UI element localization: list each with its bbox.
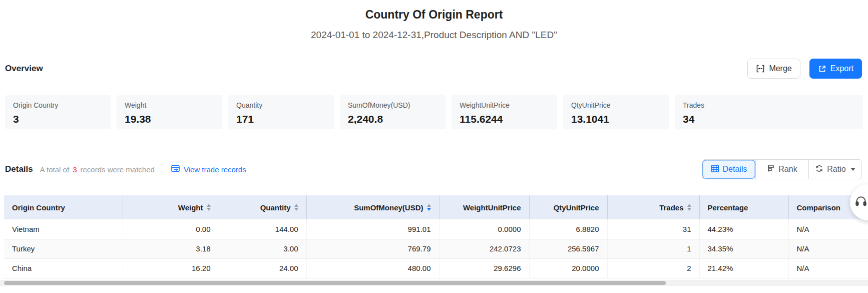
column-label: WeightUnitPrice — [463, 203, 521, 212]
column-header-weight[interactable]: Weight — [123, 195, 219, 219]
card-label: Origin Country — [13, 101, 103, 110]
tab-rank[interactable]: Rank — [755, 160, 808, 179]
cell-trades: 1 — [607, 239, 699, 258]
cell-sum-of-money: 991.01 — [306, 219, 439, 239]
sort-icon[interactable] — [687, 204, 691, 211]
scrollbar-thumb[interactable] — [4, 281, 666, 285]
cell-percentage: 21.42% — [699, 258, 788, 278]
sort-icon[interactable] — [207, 204, 211, 211]
headset-icon — [850, 195, 867, 210]
card-value: 34 — [683, 113, 855, 125]
card-label: Trades — [683, 101, 855, 110]
cell-origin-country: Vietnam — [4, 219, 123, 239]
cell-comparison: N/A — [788, 219, 868, 239]
details-table: Origin Country Weight Quantity SumOfMone… — [4, 195, 868, 278]
overview-cards: Origin Country 3 Weight 19.38 Quantity 1… — [5, 95, 863, 129]
sort-icon[interactable] — [294, 204, 298, 211]
cell-comparison: N/A — [788, 239, 868, 258]
match-summary-suffix: records were matched — [80, 165, 154, 174]
view-switch: Details Rank Ratio — [702, 159, 862, 179]
column-header-percentage: Percentage — [699, 195, 788, 219]
column-label: Trades — [659, 203, 683, 212]
cell-quantity: 3.00 — [219, 239, 306, 258]
overview-section-title: Overview — [5, 64, 43, 74]
column-label: Comparison — [797, 203, 841, 212]
merge-icon — [756, 64, 765, 73]
card-value: 3 — [13, 113, 103, 125]
card-label: Quantity — [236, 101, 326, 110]
cell-weight: 16.20 — [123, 258, 219, 278]
column-label: Percentage — [708, 203, 748, 212]
column-label: QtyUnitPrice — [554, 203, 599, 212]
tab-ratio[interactable]: Ratio — [808, 160, 861, 179]
match-count: 3 — [73, 165, 77, 174]
export-icon — [818, 65, 826, 73]
card-value: 19.38 — [125, 113, 214, 125]
card-label: QtyUnitPrice — [571, 101, 661, 110]
cell-origin-country: China — [4, 258, 123, 278]
export-button-label: Export — [830, 64, 853, 73]
cell-weight-unit-price: 29.6296 — [439, 258, 529, 278]
tab-details-label: Details — [723, 165, 747, 174]
cell-weight-unit-price: 242.0723 — [439, 239, 529, 258]
cell-percentage: 44.23% — [699, 219, 788, 239]
match-summary: A total of 3 records were matched — [40, 165, 155, 174]
column-header-trades[interactable]: Trades — [607, 195, 699, 219]
toolbar-actions: Merge Export — [747, 59, 862, 79]
ratio-icon — [815, 164, 823, 175]
card-label: WeightUnitPrice — [460, 101, 549, 110]
column-header-quantity[interactable]: Quantity — [219, 195, 306, 219]
view-trade-records-label: View trade records — [184, 165, 246, 174]
cell-trades: 2 — [607, 258, 699, 278]
merge-button[interactable]: Merge — [747, 59, 800, 79]
report-header: Country Of Origin Report 2024-01-01 to 2… — [0, 0, 868, 42]
column-header-origin-country: Origin Country — [4, 195, 123, 219]
column-header-qty-unit-price: QtyUnitPrice — [529, 195, 607, 219]
card-weight-unit-price: WeightUnitPrice 115.6244 — [452, 95, 557, 129]
cell-percentage: 34.35% — [699, 239, 788, 258]
column-label: Quantity — [260, 203, 291, 212]
cell-origin-country: Turkey — [4, 239, 123, 258]
vertical-divider — [163, 165, 163, 173]
cell-quantity: 144.00 — [219, 219, 306, 239]
cell-weight: 3.18 — [123, 239, 219, 258]
cell-quantity: 24.00 — [219, 258, 306, 278]
tab-rank-label: Rank — [778, 165, 797, 174]
export-button[interactable]: Export — [809, 59, 862, 79]
card-trades: Trades 34 — [675, 95, 863, 129]
sort-icon-descending[interactable] — [427, 204, 431, 211]
cell-weight: 0.00 — [123, 219, 219, 239]
view-trade-records-link[interactable]: View trade records — [171, 165, 246, 174]
card-label: SumOfMoney(USD) — [348, 101, 438, 110]
rank-icon — [767, 164, 775, 174]
merge-button-label: Merge — [769, 64, 791, 73]
page-subtitle: 2024-01-01 to 2024-12-31,Product Descrip… — [0, 29, 868, 42]
cell-comparison: N/A — [788, 258, 868, 278]
table-header-row: Origin Country Weight Quantity SumOfMone… — [4, 195, 868, 219]
details-table-icon — [711, 164, 719, 175]
cell-qty-unit-price: 256.5967 — [529, 239, 607, 258]
cell-qty-unit-price: 20.0000 — [529, 258, 607, 278]
chevron-down-icon — [850, 168, 855, 171]
cell-trades: 31 — [607, 219, 699, 239]
card-sum-of-money: SumOfMoney(USD) 2,240.8 — [340, 95, 446, 129]
details-bar-left: Details A total of 3 records were matche… — [5, 164, 246, 174]
trade-records-icon — [171, 165, 180, 174]
horizontal-scrollbar[interactable] — [0, 280, 868, 286]
overview-toolbar: Overview Merge Export — [0, 59, 868, 79]
card-value: 171 — [236, 113, 326, 125]
details-section-title: Details — [5, 164, 33, 174]
details-bar: Details A total of 3 records were matche… — [0, 159, 868, 179]
column-label: Origin Country — [12, 203, 65, 212]
cell-qty-unit-price: 6.8820 — [529, 219, 607, 239]
card-quantity: Quantity 171 — [228, 95, 334, 129]
page-title: Country Of Origin Report — [0, 7, 868, 22]
tab-ratio-label: Ratio — [827, 165, 845, 174]
card-qty-unit-price: QtyUnitPrice 13.1041 — [563, 95, 669, 129]
tab-details[interactable]: Details — [702, 160, 755, 179]
column-label: Weight — [178, 203, 203, 212]
column-header-sum-of-money[interactable]: SumOfMoney(USD) — [306, 195, 439, 219]
column-label: SumOfMoney(USD) — [354, 203, 423, 212]
match-summary-prefix: A total of — [40, 165, 69, 174]
cell-weight-unit-price: 0.0000 — [439, 219, 529, 239]
